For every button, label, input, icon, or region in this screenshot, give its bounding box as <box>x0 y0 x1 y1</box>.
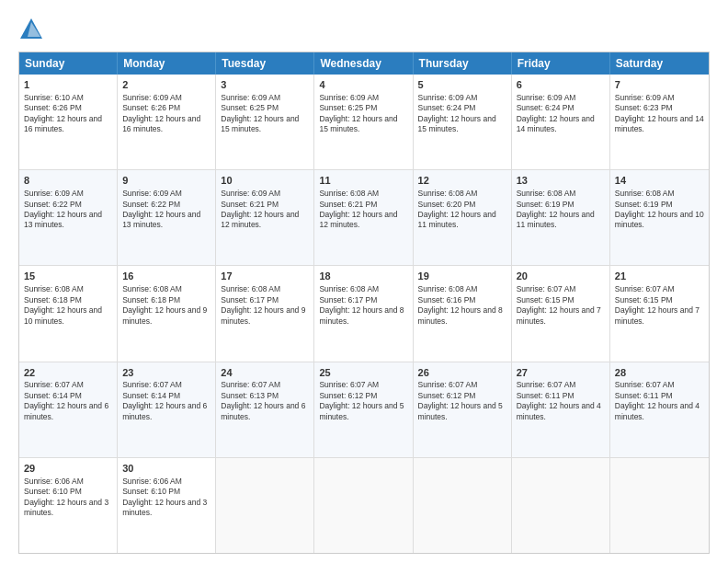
sunrise-text: Sunrise: 6:10 AM <box>24 93 84 102</box>
sunrise-text: Sunrise: 6:07 AM <box>221 380 280 389</box>
sunset-text: Sunset: 6:22 PM <box>122 200 180 209</box>
calendar-cell: 24Sunrise: 6:07 AMSunset: 6:13 PMDayligh… <box>216 362 314 457</box>
sunset-text: Sunset: 6:20 PM <box>418 200 476 209</box>
daylight-text: Daylight: 12 hours and 8 minutes. <box>418 305 503 325</box>
calendar-cell: 29Sunrise: 6:06 AMSunset: 6:10 PMDayligh… <box>19 458 118 553</box>
calendar-cell: 10Sunrise: 6:09 AMSunset: 6:21 PMDayligh… <box>216 170 314 265</box>
sunrise-text: Sunrise: 6:09 AM <box>319 93 379 102</box>
sunrise-text: Sunrise: 6:08 AM <box>418 284 478 293</box>
day-number: 25 <box>319 366 407 380</box>
calendar-cell: 4Sunrise: 6:09 AMSunset: 6:25 PMDaylight… <box>314 75 413 169</box>
sunset-text: Sunset: 6:19 PM <box>517 200 574 209</box>
sunset-text: Sunset: 6:24 PM <box>517 103 574 112</box>
day-number: 9 <box>122 174 210 188</box>
calendar-header: SundayMondayTuesdayWednesdayThursdayFrid… <box>19 52 709 75</box>
daylight-text: Daylight: 12 hours and 3 minutes. <box>122 498 207 517</box>
sunrise-text: Sunrise: 6:08 AM <box>615 189 675 198</box>
calendar-cell: 27Sunrise: 6:07 AMSunset: 6:11 PMDayligh… <box>512 362 610 457</box>
daylight-text: Daylight: 12 hours and 4 minutes. <box>517 401 601 420</box>
sunrise-text: Sunrise: 6:09 AM <box>122 93 182 102</box>
sunrise-text: Sunrise: 6:08 AM <box>319 284 379 293</box>
sunset-text: Sunset: 6:18 PM <box>122 295 180 304</box>
cal-header-day: Tuesday <box>216 52 314 75</box>
daylight-text: Daylight: 12 hours and 3 minutes. <box>24 498 108 517</box>
calendar-body: 1Sunrise: 6:10 AMSunset: 6:26 PMDaylight… <box>19 75 709 553</box>
sunrise-text: Sunrise: 6:07 AM <box>615 284 675 293</box>
daylight-text: Daylight: 12 hours and 16 minutes. <box>122 114 200 133</box>
sunrise-text: Sunrise: 6:08 AM <box>24 284 84 293</box>
daylight-text: Daylight: 12 hours and 9 minutes. <box>221 305 305 325</box>
daylight-text: Daylight: 12 hours and 14 minutes. <box>517 114 595 133</box>
sunset-text: Sunset: 6:13 PM <box>221 391 279 400</box>
sunset-text: Sunset: 6:10 PM <box>122 487 180 496</box>
daylight-text: Daylight: 12 hours and 8 minutes. <box>319 305 404 325</box>
day-number: 26 <box>418 366 506 380</box>
sunrise-text: Sunrise: 6:08 AM <box>319 189 379 198</box>
calendar-cell: 9Sunrise: 6:09 AMSunset: 6:22 PMDaylight… <box>118 170 216 265</box>
calendar-row: 1Sunrise: 6:10 AMSunset: 6:26 PMDaylight… <box>19 75 709 170</box>
cal-header-day: Sunday <box>19 52 118 75</box>
cal-header-day: Friday <box>512 52 610 75</box>
daylight-text: Daylight: 12 hours and 15 minutes. <box>221 114 299 133</box>
cal-header-day: Thursday <box>414 52 512 75</box>
cal-header-day: Wednesday <box>314 52 413 75</box>
day-number: 1 <box>24 78 112 92</box>
daylight-text: Daylight: 12 hours and 6 minutes. <box>122 401 207 420</box>
sunset-text: Sunset: 6:21 PM <box>221 200 279 209</box>
daylight-text: Daylight: 12 hours and 15 minutes. <box>319 114 397 133</box>
sunrise-text: Sunrise: 6:09 AM <box>221 93 280 102</box>
calendar-cell: 15Sunrise: 6:08 AMSunset: 6:18 PMDayligh… <box>19 266 118 361</box>
sunset-text: Sunset: 6:18 PM <box>24 295 82 304</box>
sunrise-text: Sunrise: 6:09 AM <box>418 93 478 102</box>
sunrise-text: Sunrise: 6:09 AM <box>221 189 280 198</box>
sunrise-text: Sunrise: 6:06 AM <box>122 477 182 486</box>
calendar-cell: 16Sunrise: 6:08 AMSunset: 6:18 PMDayligh… <box>118 266 216 361</box>
calendar-row: 15Sunrise: 6:08 AMSunset: 6:18 PMDayligh… <box>19 266 709 362</box>
daylight-text: Daylight: 12 hours and 11 minutes. <box>418 210 496 229</box>
daylight-text: Daylight: 12 hours and 11 minutes. <box>517 210 595 229</box>
sunrise-text: Sunrise: 6:08 AM <box>122 284 182 293</box>
calendar-cell: 12Sunrise: 6:08 AMSunset: 6:20 PMDayligh… <box>414 170 512 265</box>
logo <box>18 17 48 42</box>
day-number: 29 <box>24 462 112 476</box>
sunrise-text: Sunrise: 6:07 AM <box>517 284 576 293</box>
day-number: 12 <box>418 174 506 188</box>
sunrise-text: Sunrise: 6:09 AM <box>122 189 182 198</box>
calendar-cell: 23Sunrise: 6:07 AMSunset: 6:14 PMDayligh… <box>118 362 216 457</box>
calendar-row: 22Sunrise: 6:07 AMSunset: 6:14 PMDayligh… <box>19 362 709 458</box>
daylight-text: Daylight: 12 hours and 12 minutes. <box>319 210 397 229</box>
sunrise-text: Sunrise: 6:07 AM <box>517 380 576 389</box>
day-number: 27 <box>517 366 605 380</box>
sunrise-text: Sunrise: 6:08 AM <box>517 189 576 198</box>
daylight-text: Daylight: 12 hours and 9 minutes. <box>122 305 207 325</box>
calendar-cell <box>314 458 413 553</box>
calendar-cell: 26Sunrise: 6:07 AMSunset: 6:12 PMDayligh… <box>414 362 512 457</box>
calendar-cell: 3Sunrise: 6:09 AMSunset: 6:25 PMDaylight… <box>216 75 314 169</box>
day-number: 28 <box>615 366 704 380</box>
day-number: 13 <box>517 174 605 188</box>
sunset-text: Sunset: 6:26 PM <box>122 103 180 112</box>
cal-header-day: Monday <box>118 52 216 75</box>
calendar-cell: 22Sunrise: 6:07 AMSunset: 6:14 PMDayligh… <box>19 362 118 457</box>
day-number: 21 <box>615 270 704 283</box>
sunset-text: Sunset: 6:23 PM <box>615 103 673 112</box>
daylight-text: Daylight: 12 hours and 7 minutes. <box>517 305 601 325</box>
day-number: 4 <box>319 78 407 92</box>
day-number: 19 <box>418 270 506 283</box>
calendar-cell: 13Sunrise: 6:08 AMSunset: 6:19 PMDayligh… <box>512 170 610 265</box>
calendar-cell <box>512 458 610 553</box>
sunset-text: Sunset: 6:24 PM <box>418 103 476 112</box>
sunset-text: Sunset: 6:11 PM <box>517 391 574 400</box>
day-number: 18 <box>319 270 407 283</box>
sunset-text: Sunset: 6:21 PM <box>319 200 377 209</box>
calendar-cell: 25Sunrise: 6:07 AMSunset: 6:12 PMDayligh… <box>314 362 413 457</box>
sunset-text: Sunset: 6:22 PM <box>24 200 82 209</box>
calendar: SundayMondayTuesdayWednesdayThursdayFrid… <box>18 52 710 554</box>
sunset-text: Sunset: 6:26 PM <box>24 103 82 112</box>
sunset-text: Sunset: 6:14 PM <box>24 391 82 400</box>
sunset-text: Sunset: 6:25 PM <box>319 103 377 112</box>
day-number: 6 <box>517 78 605 92</box>
sunrise-text: Sunrise: 6:09 AM <box>615 93 675 102</box>
day-number: 5 <box>418 78 506 92</box>
sunrise-text: Sunrise: 6:07 AM <box>615 380 675 389</box>
